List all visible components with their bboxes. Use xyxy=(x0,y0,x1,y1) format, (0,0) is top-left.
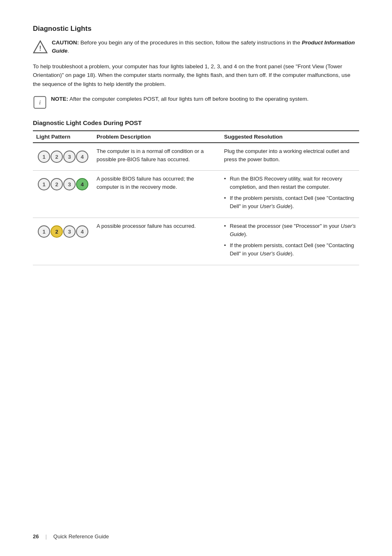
caution-icon: ! xyxy=(33,39,48,54)
body-paragraph: To help troubleshoot a problem, your com… xyxy=(33,62,359,89)
light-indicator: 4 xyxy=(76,225,88,238)
table-row: 1234A possible processor failure has occ… xyxy=(33,218,359,265)
page-title: Diagnostic Lights xyxy=(33,25,359,33)
resolution-bullet: Reseat the processor (see "Processor" in… xyxy=(224,222,356,238)
note-box: i NOTE: After the computer completes POS… xyxy=(33,95,359,109)
col-header-problem: Problem Description xyxy=(93,131,221,143)
light-indicator: 4 xyxy=(76,178,88,190)
caution-box: ! CAUTION: Before you begin any of the p… xyxy=(33,39,359,56)
note-text: NOTE: After the computer completes POST,… xyxy=(51,95,309,103)
light-indicator: 2 xyxy=(51,225,63,238)
table-row: 1234The computer is in a normal off cond… xyxy=(33,143,359,171)
caution-text: CAUTION: Before you begin any of the pro… xyxy=(52,39,359,56)
light-pattern-cell: 1234 xyxy=(33,143,93,171)
table-header-row: Light Pattern Problem Description Sugges… xyxy=(33,131,359,143)
col-header-light-pattern: Light Pattern xyxy=(33,131,93,143)
problem-description-cell: A possible processor failure has occurre… xyxy=(93,218,221,265)
note-label: NOTE: xyxy=(51,96,68,102)
svg-text:i: i xyxy=(39,99,41,106)
problem-description-cell: A possible BIOS failure has occurred; th… xyxy=(93,171,221,218)
light-pattern-cell: 1234 xyxy=(33,218,93,265)
diagnostic-table: Light Pattern Problem Description Sugges… xyxy=(33,130,359,265)
caution-body: Before you begin any of the procedures i… xyxy=(81,39,302,46)
light-indicator: 3 xyxy=(63,225,76,238)
resolution-cell: Run the BIOS Recovery utility, wait for … xyxy=(221,171,359,218)
resolution-bullet: If the problem persists, contact Dell (s… xyxy=(224,194,356,210)
light-indicator: 1 xyxy=(38,225,50,238)
light-indicator: 3 xyxy=(63,151,76,163)
light-indicator: 4 xyxy=(76,151,88,163)
light-indicator: 2 xyxy=(51,151,63,163)
light-indicator: 1 xyxy=(38,151,50,163)
page-footer: 26 | Quick Reference Guide xyxy=(33,533,109,540)
note-body: After the computer completes POST, all f… xyxy=(69,96,309,102)
note-icon: i xyxy=(33,95,47,109)
resolution-bullet: Run the BIOS Recovery utility, wait for … xyxy=(224,175,356,191)
svg-text:!: ! xyxy=(39,44,41,52)
footer-separator: | xyxy=(45,533,46,540)
light-indicator: 2 xyxy=(51,178,63,190)
resolution-bullet: If the problem persists, contact Dell (s… xyxy=(224,241,356,257)
footer-page-number: 26 xyxy=(33,533,39,540)
problem-description-cell: The computer is in a normal off conditio… xyxy=(93,143,221,171)
light-indicator: 3 xyxy=(63,178,76,190)
col-header-resolution: Suggested Resolution xyxy=(221,131,359,143)
table-section-title: Diagnostic Light Codes During POST xyxy=(33,119,359,126)
light-indicator: 1 xyxy=(38,178,50,190)
caution-label: CAUTION: xyxy=(52,39,79,46)
table-row: 1234A possible BIOS failure has occurred… xyxy=(33,171,359,218)
light-pattern-cell: 1234 xyxy=(33,171,93,218)
resolution-cell: Reseat the processor (see "Processor" in… xyxy=(221,218,359,265)
resolution-cell: Plug the computer into a working electri… xyxy=(221,143,359,171)
footer-label: Quick Reference Guide xyxy=(53,533,109,540)
caution-end: . xyxy=(67,48,69,54)
